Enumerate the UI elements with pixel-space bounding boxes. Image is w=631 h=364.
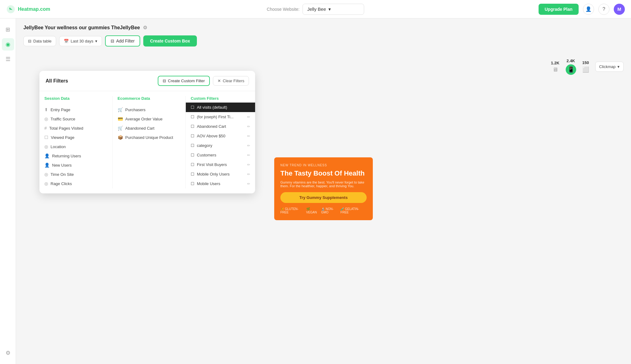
sidebar-item-heatmap[interactable]: ◉: [2, 38, 14, 51]
filter-avg-order-value[interactable]: 💳 Average Order Value: [118, 114, 181, 123]
add-filter-button[interactable]: ⊟ Add Filter: [105, 35, 140, 47]
calendar-icon: 📅: [64, 39, 69, 43]
custom-filter-first-visit-buyers[interactable]: ☐ First Visit Buyers ✏: [186, 160, 255, 169]
viewed-page-label: Viewed Page: [51, 135, 74, 140]
preview-badges: 🌾 GLUTEN-FREE 🌿 VEGAN 🔬 NON-GMO 🧪 GELATI…: [280, 207, 367, 214]
ecommerce-data-column: Ecommerce Data 🛒 Purchasers 💳 Average Or…: [112, 96, 186, 188]
doc-icon: ☐: [191, 105, 194, 110]
filter-rage-clicks[interactable]: ◎ Rage Clicks: [44, 179, 108, 188]
filter-header: All Filters ⊟ Create Custom Filter ✕ Cle…: [39, 71, 255, 91]
purchased-unique-icon: 📦: [118, 135, 123, 140]
website-name: Jelly Bee: [307, 6, 326, 12]
desktop-icon[interactable]: 🖥: [552, 67, 558, 73]
website-dropdown[interactable]: Jelly Bee ▾: [303, 4, 364, 15]
sidebar-item-grid[interactable]: ⊞: [2, 23, 14, 36]
stat-tablet-number: 150: [582, 60, 589, 65]
entry-page-icon: ⬆: [44, 107, 48, 112]
custom-filter-all-visits[interactable]: ☐ All visits (default): [186, 103, 255, 112]
filter-time-on-site[interactable]: ◎ Time On Site: [44, 170, 108, 179]
location-icon: ◎: [44, 144, 48, 149]
tablet-icon[interactable]: ⬜: [582, 66, 589, 73]
rage-clicks-icon: ◎: [44, 181, 48, 186]
clickmap-button[interactable]: Clickmap ▾: [595, 62, 624, 72]
edit-icon[interactable]: ✏: [247, 115, 250, 119]
rage-clicks-label: Rage Clicks: [51, 181, 72, 186]
avatar[interactable]: M: [614, 4, 625, 15]
logo-icon: [6, 5, 15, 14]
custom-filters-title: Custom Filters: [186, 96, 255, 101]
customers-label: Customers: [197, 153, 216, 157]
help-icon[interactable]: ?: [598, 4, 609, 15]
chevron-down-icon: ▾: [95, 39, 97, 43]
filter-purchased-unique[interactable]: 📦 Purchased Unique Product: [118, 133, 181, 142]
filter-header-actions: ⊟ Create Custom Filter ✕ Clear Filters: [158, 76, 249, 86]
chevron-down-icon: ▾: [328, 6, 331, 12]
session-data-title: Session Data: [44, 96, 108, 101]
custom-filter-mobile-users[interactable]: ☐ Mobile Users ✏: [186, 179, 255, 188]
custom-filter-mobile-only[interactable]: ☐ Mobile Only Users ✏: [186, 169, 255, 179]
doc-icon: ☐: [191, 172, 194, 176]
custom-filter-abandoned-cart[interactable]: ☐ Abandoned Cart ✏: [186, 122, 255, 131]
custom-filter-customers[interactable]: ☐ Customers ✏: [186, 150, 255, 160]
page-title: JellyBee Your wellness our gummies TheJe…: [23, 25, 140, 30]
stat-mobile: 2.4K 📱: [566, 59, 576, 75]
preview-headline: The Tasty Boost Of Health: [280, 169, 367, 177]
filter-traffic-source[interactable]: ◎ Traffic Source: [44, 114, 108, 123]
filter-dropdown-panel: All Filters ⊟ Create Custom Filter ✕ Cle…: [39, 71, 255, 193]
filter-purchasers[interactable]: 🛒 Purchasers: [118, 105, 181, 114]
returning-users-label: Returning Users: [52, 154, 81, 158]
doc-icon: ☐: [191, 162, 194, 167]
all-visits-label: All visits (default): [197, 105, 227, 110]
location-label: Location: [51, 144, 66, 149]
traffic-source-label: Traffic Source: [51, 117, 75, 121]
filter-plus-icon: ⊟: [163, 79, 166, 83]
filter-icon: ⊟: [111, 38, 114, 43]
account-icon[interactable]: 👤: [583, 4, 594, 15]
preview-body: Gummy vitamins are the best. You'll neve…: [280, 180, 367, 188]
edit-icon[interactable]: ✏: [247, 172, 250, 176]
purchasers-label: Purchasers: [125, 107, 146, 112]
edit-icon[interactable]: ✏: [247, 124, 250, 129]
filter-viewed-page[interactable]: ☐ Viewed Page: [44, 133, 108, 142]
edit-icon[interactable]: ✏: [247, 163, 250, 167]
edit-icon[interactable]: ✏: [247, 153, 250, 157]
filter-new-users[interactable]: 👤 New Users: [44, 160, 108, 170]
entry-page-label: Entry Page: [51, 107, 70, 112]
time-on-site-label: Time On Site: [51, 172, 74, 177]
data-table-button[interactable]: ⊟ Data table: [23, 36, 56, 46]
stat-desktop: 1.2K 🖥: [551, 61, 559, 73]
mobile-icon[interactable]: 📱: [566, 64, 576, 75]
filter-returning-users[interactable]: 👤 Returning Users: [44, 151, 108, 160]
filter-entry-page[interactable]: ⬆ Entry Page: [44, 105, 108, 114]
doc-icon: ☐: [191, 134, 194, 138]
create-custom-filter-button[interactable]: ⊟ Create Custom Filter: [158, 76, 210, 86]
right-stats: 1.2K 🖥 2.4K 📱 150 ⬜ Clickmap ▾: [551, 59, 624, 75]
clear-filters-button[interactable]: ✕ Clear Filters: [213, 76, 249, 86]
sidebar-item-list[interactable]: ☰: [2, 53, 14, 65]
purchasers-icon: 🛒: [118, 107, 123, 112]
badge-gluten-free: 🌾 GLUTEN-FREE: [280, 207, 306, 214]
edit-icon[interactable]: ✏: [247, 182, 250, 186]
upgrade-plan-button[interactable]: Upgrade Plan: [539, 4, 579, 15]
date-range-button[interactable]: 📅 Last 30 days ▾: [59, 36, 102, 46]
choose-label: Choose Website:: [267, 7, 299, 12]
custom-filter-aov[interactable]: ☐ AOV Above $50 ✏: [186, 131, 255, 141]
create-custom-box-button[interactable]: Create Custom Box: [143, 35, 197, 47]
custom-filter-joseph[interactable]: ☐ (for joseph) First Ti... ✏: [186, 112, 255, 122]
preview-cta[interactable]: Try Gummy Supplements: [280, 192, 367, 203]
edit-icon[interactable]: ✏: [247, 144, 250, 148]
top-nav: Heatmap.com Choose Website: Jelly Bee ▾ …: [0, 0, 631, 18]
filter-abandoned-cart[interactable]: 🛒 Abandoned Cart: [118, 123, 181, 133]
page-settings-icon[interactable]: ⚙: [143, 25, 147, 30]
doc-icon: ☐: [191, 143, 194, 148]
filter-total-pages[interactable]: # Total Pages Visited: [44, 123, 108, 133]
edit-icon[interactable]: ✏: [247, 134, 250, 138]
abandoned-cart-icon: 🛒: [118, 126, 123, 131]
doc-icon: ☐: [191, 153, 194, 157]
custom-filter-category[interactable]: ☐ category ✏: [186, 141, 255, 150]
filter-location[interactable]: ◎ Location: [44, 142, 108, 151]
logo[interactable]: Heatmap.com: [6, 5, 50, 14]
stat-desktop-number: 1.2K: [551, 61, 559, 65]
total-pages-icon: #: [44, 126, 47, 131]
data-table-label: Data table: [33, 39, 51, 43]
